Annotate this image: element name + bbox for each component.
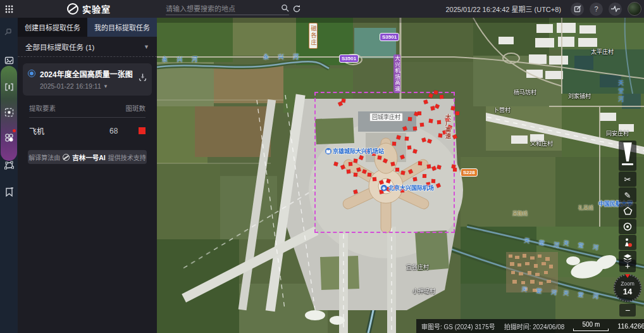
airport-icon: ✈ xyxy=(381,185,387,191)
minus-bar-icon xyxy=(622,163,633,165)
airplane-detection-marker xyxy=(395,168,399,172)
airplane-detection-marker xyxy=(412,177,417,181)
airplane-detection-marker xyxy=(349,162,352,166)
airplane-detection-marker xyxy=(341,98,345,103)
airplane-detection-marker xyxy=(438,134,443,138)
zoom-dial[interactable]: Zoom 14 xyxy=(614,274,641,302)
tab-create-task[interactable]: 创建目标提取任务 xyxy=(18,18,87,37)
bookmark-add-icon[interactable] xyxy=(0,181,18,203)
polygon-icon xyxy=(623,206,633,215)
map-label: 永 兴 河 xyxy=(162,57,201,63)
scale-bar: 500 m xyxy=(573,321,609,331)
map-label: 大广高速 xyxy=(445,114,450,139)
locate-icon xyxy=(622,222,633,232)
map-label: 同安庄村 xyxy=(606,131,629,137)
feature-name: 飞机 xyxy=(29,125,109,136)
jilin1-logo-icon xyxy=(63,154,70,161)
download-icon[interactable] xyxy=(139,72,147,84)
map-label: 礼采线 xyxy=(578,206,593,211)
satellite-icon[interactable] xyxy=(0,20,18,42)
compare-swipe-icon[interactable] xyxy=(0,76,18,97)
refresh-icon[interactable] xyxy=(292,4,301,13)
scale-label: 500 m xyxy=(582,321,600,328)
airplane-detection-marker xyxy=(423,174,426,178)
airplane-detection-marker xyxy=(420,123,424,127)
credit-brand: 吉林一号AI xyxy=(72,153,106,162)
zoom-out-button[interactable]: − xyxy=(619,304,636,317)
street-view-tool[interactable] xyxy=(619,235,636,250)
task-filter-dropdown[interactable]: 全部目标提取任务 (1) ▼ xyxy=(18,37,157,57)
image-layer-icon[interactable] xyxy=(0,49,18,71)
street-view-person-icon xyxy=(622,237,633,248)
airplane-detection-marker xyxy=(427,165,431,169)
zoom-dial-marker xyxy=(625,274,630,278)
app-window: 实验室 2025/01/22 16:24:42 星期三 (UTC+8) ? xyxy=(0,0,644,333)
opacity-swipe-tool[interactable] xyxy=(619,141,636,171)
cursor-coordinates: 116.42660, 39.53656 xyxy=(617,322,644,330)
airplane-detection-marker xyxy=(413,127,418,131)
activity-button[interactable] xyxy=(609,3,622,16)
left-icon-rail xyxy=(0,18,18,333)
clip-tool[interactable]: ✂ xyxy=(619,172,636,187)
credit-suffix: 提供技术支持 xyxy=(108,153,146,162)
chevron-down-icon[interactable]: ▾ xyxy=(104,83,108,89)
airplane-detection-marker xyxy=(429,119,433,123)
airplane-detection-marker xyxy=(455,111,459,115)
airplane-detection-marker xyxy=(440,95,444,99)
tab-my-tasks[interactable]: 我的目标提取任务 xyxy=(87,18,157,37)
task-title: 2024年度全国高质量一张图 xyxy=(40,68,134,79)
help-button[interactable]: ? xyxy=(590,3,603,16)
polygon-tool[interactable] xyxy=(619,203,636,218)
top-bar: 实验室 2025/01/22 16:24:42 星期三 (UTC+8) ? xyxy=(0,0,644,18)
opacity-wedge-icon xyxy=(622,142,633,161)
airplane-detection-marker xyxy=(354,159,358,163)
map-label: 宜各庄村 xyxy=(406,265,429,270)
task-card[interactable]: 2024年度全国高质量一张图 2025-01-22 16:19:11 ▾ xyxy=(23,63,152,96)
task-radio-selected[interactable] xyxy=(28,70,35,77)
extract-select-icon[interactable] xyxy=(0,101,18,123)
zoom-control: + Zoom 14 − xyxy=(616,260,639,317)
road-badge: S3501 xyxy=(380,33,399,41)
zoom-in-button[interactable]: + xyxy=(619,260,636,272)
datetime-display: 2025/01/22 16:24:42 星期三 (UTC+8) xyxy=(445,4,561,14)
location-search xyxy=(166,3,289,15)
app-logo: 实验室 xyxy=(67,3,111,15)
apps-grid-icon[interactable] xyxy=(0,0,18,18)
feature-count: 68 xyxy=(109,127,139,135)
search-input[interactable] xyxy=(166,5,281,13)
locate-tool[interactable] xyxy=(619,219,636,234)
airplane-detection-marker xyxy=(405,137,409,141)
col-feature: 提取要素 xyxy=(29,103,56,113)
map-toolbar: ✂ ✎ xyxy=(619,141,636,266)
polygon-draw-icon[interactable] xyxy=(0,154,18,176)
airplane-detection-marker xyxy=(453,168,457,172)
map-status-bar: 审图号: GS (2024) 3175号 拍摄时间: 2024/06/08 50… xyxy=(416,319,644,333)
map-label: 天堂河 xyxy=(617,80,623,104)
map-label: 永 兴 河 xyxy=(263,54,302,60)
satellite-map[interactable]: 磁各庄S3501S3501大兴机场高速永 兴 河永 兴 河回城李庄村大广高速M京… xyxy=(157,18,644,333)
station-icon: M xyxy=(325,148,331,154)
algorithm-credit: 解译算法由 吉林一号AI 提供技术支持 xyxy=(28,150,147,164)
pencil-icon: ✎ xyxy=(624,191,631,200)
scissors-icon: ✂ xyxy=(624,175,631,184)
airplane-detection-marker xyxy=(434,91,438,95)
credit-prefix: 解译算法由 xyxy=(28,153,60,162)
map-label: 杨马坊村 xyxy=(514,90,536,96)
note-edit-button[interactable] xyxy=(571,3,584,16)
airplane-detection-marker xyxy=(354,173,358,177)
airplane-detection-marker xyxy=(407,146,412,150)
col-count: 图斑数 xyxy=(126,103,146,113)
airplane-detection-marker xyxy=(377,155,381,160)
table-row[interactable]: 飞机 68 xyxy=(29,125,146,136)
search-icon[interactable] xyxy=(281,3,289,15)
map-label: 小押堤村 xyxy=(412,289,435,294)
zoom-label: Zoom xyxy=(621,280,635,287)
map-label: M京雄城际大兴机场站 xyxy=(325,148,384,154)
user-avatar[interactable] xyxy=(628,2,641,16)
draw-tool[interactable]: ✎ xyxy=(619,187,636,203)
feature-color-swatch xyxy=(139,127,146,134)
road-badge: S3501 xyxy=(339,54,359,63)
apps-clover-icon[interactable] xyxy=(0,127,18,148)
logo-icon xyxy=(67,3,78,15)
feature-table: 提取要素 图斑数 飞机 68 xyxy=(29,103,146,136)
